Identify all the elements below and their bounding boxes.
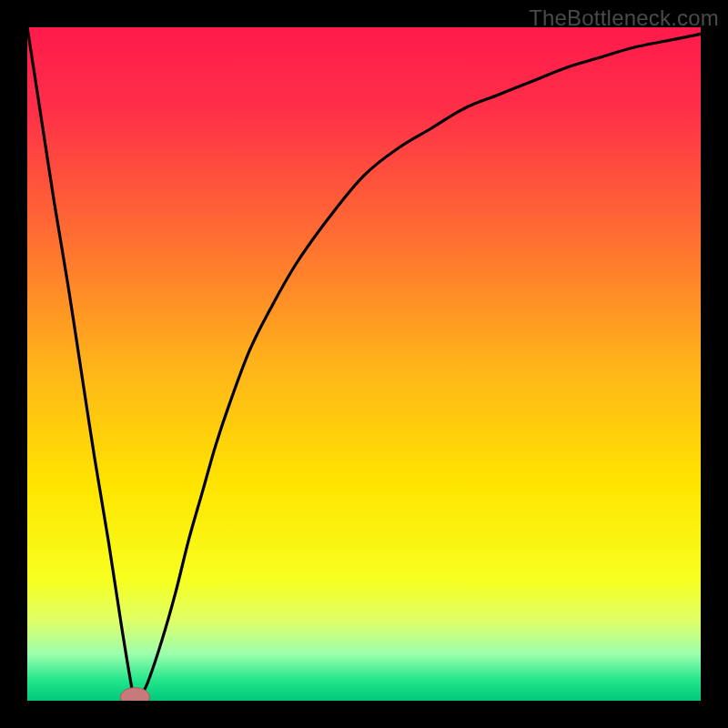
plot-area <box>27 27 701 701</box>
gradient-background <box>27 27 701 701</box>
chart-svg <box>27 27 701 701</box>
chart-frame: TheBottleneck.com <box>0 0 728 728</box>
watermark-text: TheBottleneck.com <box>529 5 719 31</box>
